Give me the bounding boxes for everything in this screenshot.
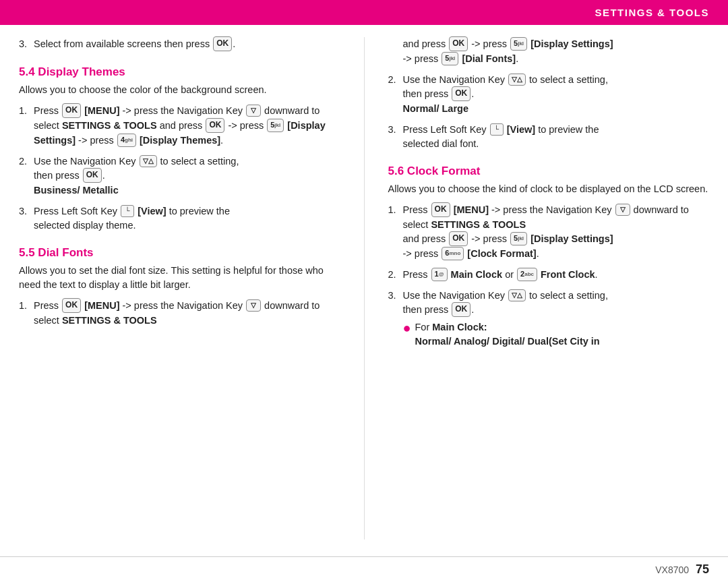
ok-key-46-1b: OK [449,231,468,245]
step-num-45-3: 3. [388,123,403,151]
section-46-step1: 1. Press OK [MENU] -> press the Navigati… [388,203,710,261]
key-5jkl-cont2: 5jkl [442,52,458,65]
step-3-top: 3. Select from available screens then pr… [19,37,340,52]
section-44-step2: 2. Use the Navigation Key ▽△ to select a… [19,154,340,198]
nav-key-45-1: ▽ [246,299,261,312]
key-5jkl-cont: 5jkl [510,37,527,51]
ok-key-cont: OK [449,36,468,51]
left-column: 3. Select from available screens then pr… [19,37,340,540]
ok-key-46-1: OK [431,202,450,216]
step-num-46-1: 1. [388,203,403,261]
section-45-step2: 2. Use the Navigation Key ▽△ to select a… [388,73,710,116]
softkey-view-2: └ [490,123,504,136]
step-num-45-1: 1. [19,299,34,328]
section-46-step3: 3. Use the Navigation Key ▽△ to select a… [388,289,710,349]
column-divider [364,37,365,540]
step-body-45-2: Use the Navigation Key ▽△ to select a se… [403,73,710,116]
nav-key-2: ▽△ [140,155,157,168]
step-num-46-3: 3. [388,289,403,349]
step-num-1: 1. [19,104,34,148]
ok-key-1b: OK [206,118,224,132]
ok-key-45-1: OK [62,298,81,312]
footer: VX8700 75 [0,556,728,582]
section-44-intro: Allows you to choose the color of the ba… [19,83,340,97]
step-cont-space [388,37,403,66]
step-num-46-2: 2. [388,268,403,282]
step-cont-body: and press OK -> press 5jkl [Display Sett… [403,37,710,66]
ok-key-45-2: OK [452,86,471,100]
footer-page: 75 [696,562,709,577]
nav-key-45-2: ▽△ [508,74,526,86]
bullet-dot-icon: ● [403,320,415,335]
softkey-view-1: └ [121,205,134,218]
bullet-body: For Main Clock: Normal/ Analog/ Digital/… [415,320,710,349]
step-body-46-1: Press OK [MENU] -> press the Navigation … [403,203,710,261]
step-body-46-3: Use the Navigation Key ▽△ to select a se… [403,289,710,349]
ok-key-icon-top: OK [213,36,232,51]
step-body-3: Press Left Soft Key └ [View] to preview … [34,204,340,233]
section-45-heading: 5.5 Dial Fonts [19,246,340,260]
key-1at-46: 1@ [431,268,448,281]
key-6mno-46: 6mno [442,247,464,260]
key-5jkl-46: 5jkl [510,232,527,245]
nav-key-46-1: ▽ [615,204,630,216]
section-46-step2: 2. Press 1@ Main Clock or 2abc Front Clo… [388,268,710,282]
section-44-step1: 1. Press OK [MENU] -> press the Navigati… [19,104,340,148]
section-44-step3: 3. Press Left Soft Key └ [View] to previ… [19,204,340,233]
nav-key-46-3: ▽△ [508,289,526,302]
section-46-intro: Allows you to choose the kind of clock t… [388,182,710,196]
nav-key-1: ▽ [246,105,261,117]
ok-key-2: OK [83,168,102,182]
main-content: 3. Select from available screens then pr… [0,25,728,546]
step-body-46-2: Press 1@ Main Clock or 2abc Front Clock. [403,268,710,282]
step-3-top-body: Select from available screens then press… [34,37,340,52]
bullet-main-clock: ● For Main Clock: Normal/ Analog/ Digita… [403,320,710,349]
section-45-continuation: and press OK -> press 5jkl [Display Sett… [388,37,710,66]
step-num-45-2: 2. [388,73,403,116]
key-5jkl-1: 5jkl [267,119,284,132]
step-body-45-3: Press Left Soft Key └ [View] to preview … [403,123,710,151]
step-body-1: Press OK [MENU] -> press the Navigation … [34,104,340,148]
step-body-2: Use the Navigation Key ▽△ to select a se… [34,154,340,198]
step-body-45-1: Press OK [MENU] -> press the Navigation … [34,299,340,328]
ok-key-46-3: OK [452,302,471,316]
key-4ghi-1: 4ghi [117,134,136,147]
ok-key-1: OK [62,103,81,117]
section-45-intro: Allows you to set the dial font size. Th… [19,264,340,292]
header-title: SETTINGS & TOOLS [595,7,709,18]
section-45-step1: 1. Press OK [MENU] -> press the Navigati… [19,299,340,328]
step-num-3: 3. [19,204,34,233]
step-num-2: 2. [19,154,34,198]
footer-model: VX8700 [655,564,689,575]
key-2abc-46: 2abc [517,268,537,281]
section-45-step3: 3. Press Left Soft Key └ [View] to previ… [388,123,710,151]
right-column: and press OK -> press 5jkl [Display Sett… [388,37,710,540]
section-46-heading: 5.6 Clock Format [388,165,710,178]
header-bar: SETTINGS & TOOLS [0,0,728,25]
step-3-top-num: 3. [19,37,34,52]
section-44-heading: 5.4 Display Themes [19,65,340,79]
